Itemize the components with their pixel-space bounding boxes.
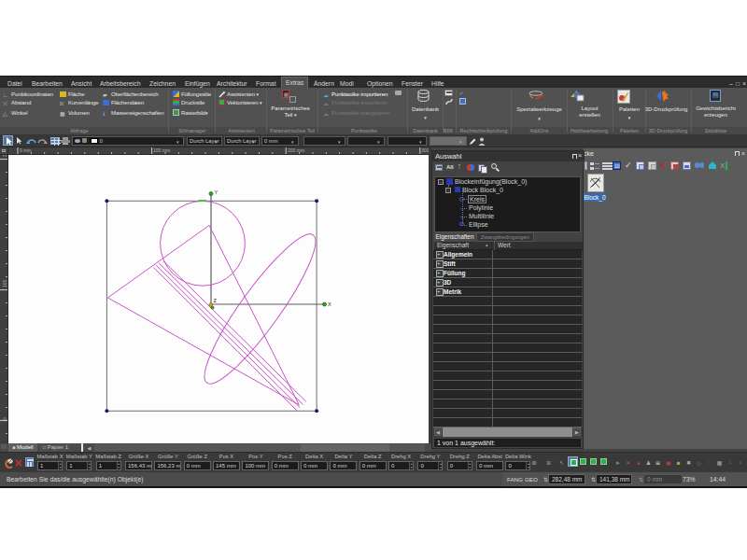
svg-text:Z: Z xyxy=(214,298,218,303)
svg-text:Y: Y xyxy=(215,189,218,195)
svg-text:X: X xyxy=(328,301,331,307)
